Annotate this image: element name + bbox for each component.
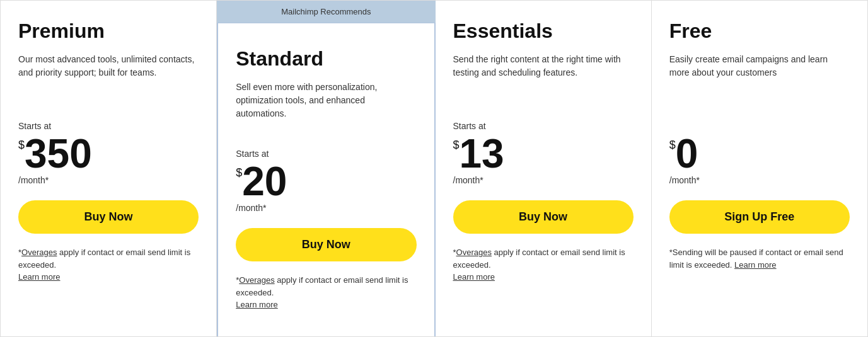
- plan-content: Free Easily create email campaigns and l…: [669, 20, 850, 271]
- fine-print: *Overages apply if contact or email send…: [18, 246, 199, 283]
- plan-name: Essentials: [453, 20, 634, 43]
- cta-button-premium[interactable]: Buy Now: [18, 200, 199, 234]
- plan-name: Free: [669, 20, 850, 43]
- starts-at-label: Starts at: [18, 121, 199, 131]
- starts-at-label: [669, 121, 850, 131]
- price-period: /month*: [236, 203, 416, 213]
- plan-name: Premium: [18, 20, 199, 43]
- plan-card-standard: Mailchimp Recommends Standard Sell even …: [217, 1, 435, 336]
- pricing-table: Premium Our most advanced tools, unlimit…: [0, 0, 868, 337]
- price-row: $ 0: [669, 134, 850, 174]
- price-currency: $: [18, 139, 25, 152]
- cta-button-free[interactable]: Sign Up Free: [669, 200, 850, 234]
- overages-link[interactable]: Overages: [21, 248, 57, 257]
- recommended-badge: Mailchimp Recommends: [217, 1, 435, 23]
- plan-description: Send the right content at the right time…: [453, 53, 634, 103]
- price-row: $ 13: [453, 134, 634, 174]
- overages-link[interactable]: Overages: [239, 275, 274, 285]
- starts-at-label: Starts at: [453, 121, 634, 131]
- price-period: /month*: [453, 175, 634, 185]
- plan-content: Premium Our most advanced tools, unlimit…: [18, 20, 199, 283]
- price-row: $ 20: [236, 161, 416, 202]
- price-amount: 0: [676, 134, 698, 174]
- learn-more-link[interactable]: Learn more: [453, 272, 495, 282]
- price-currency: $: [453, 139, 460, 152]
- learn-more-link[interactable]: Learn more: [734, 260, 776, 270]
- learn-more-link[interactable]: Learn more: [18, 272, 60, 282]
- price-period: /month*: [669, 175, 850, 185]
- fine-print: *Sending will be paused if contact or em…: [669, 246, 850, 271]
- price-currency: $: [236, 166, 242, 180]
- plan-card-essentials: Essentials Send the right content at the…: [436, 1, 652, 336]
- cta-button-standard[interactable]: Buy Now: [236, 228, 416, 261]
- learn-more-link[interactable]: Learn more: [236, 300, 277, 309]
- overages-link[interactable]: Overages: [456, 248, 492, 257]
- fine-print: *Overages apply if contact or email send…: [236, 274, 416, 311]
- price-amount: 350: [25, 134, 92, 174]
- cta-button-essentials[interactable]: Buy Now: [453, 200, 634, 234]
- plan-name: Standard: [236, 47, 416, 71]
- starts-at-label: Starts at: [236, 149, 416, 159]
- plan-card-premium: Premium Our most advanced tools, unlimit…: [1, 1, 217, 336]
- price-amount: 13: [460, 134, 504, 174]
- price-row: $ 350: [18, 134, 199, 174]
- plan-card-free: Free Easily create email campaigns and l…: [652, 1, 867, 336]
- plan-description: Our most advanced tools, unlimited conta…: [18, 53, 199, 103]
- price-period: /month*: [18, 175, 199, 185]
- price-amount: 20: [242, 161, 287, 202]
- plan-description: Easily create email campaigns and learn …: [669, 53, 850, 103]
- plan-content: Essentials Send the right content at the…: [453, 20, 634, 283]
- fine-print: *Overages apply if contact or email send…: [453, 246, 634, 283]
- plan-description: Sell even more with personalization, opt…: [236, 81, 416, 131]
- plan-content: Standard Sell even more with personaliza…: [236, 47, 416, 311]
- price-currency: $: [669, 139, 676, 152]
